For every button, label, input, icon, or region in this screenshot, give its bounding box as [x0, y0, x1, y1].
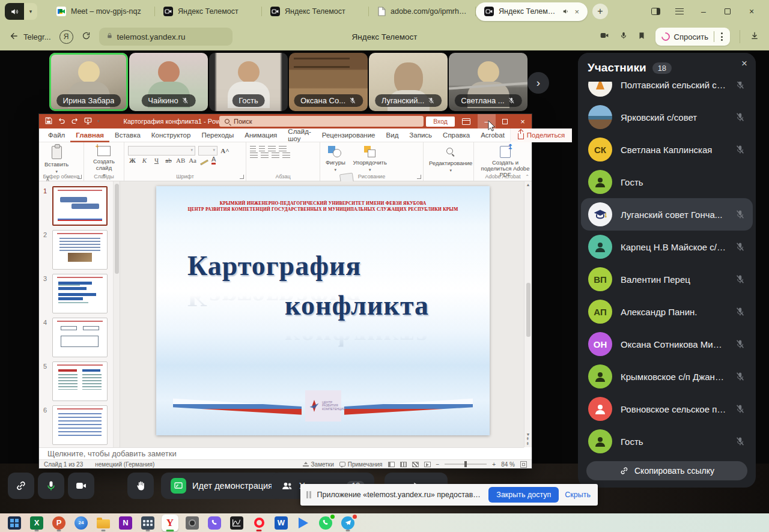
- ppt-menu-tab-acrobat[interactable]: Acrobat: [475, 128, 510, 142]
- zoom-in-icon[interactable]: +: [492, 461, 496, 468]
- ppt-close-button[interactable]: ×: [514, 114, 532, 128]
- align-left-icon[interactable]: [250, 153, 258, 159]
- zoom-level[interactable]: 84 %: [501, 461, 515, 468]
- participant-row[interactable]: Ярковский с/совет: [581, 101, 753, 133]
- ppt-menu-tab-рецензирование[interactable]: Рецензирование: [317, 128, 381, 142]
- participant-row[interactable]: Гость: [581, 166, 753, 198]
- fit-to-window-icon[interactable]: [520, 461, 527, 468]
- ppt-menu-tab-справка[interactable]: Справка: [437, 128, 475, 142]
- close-button[interactable]: ×: [746, 6, 757, 17]
- close-access-button[interactable]: Закрыть доступ: [488, 487, 559, 503]
- browser-tab[interactable]: adobe.com/go/ipmrhpac...: [369, 0, 476, 23]
- camera-button[interactable]: [68, 473, 94, 499]
- change-case-icon[interactable]: Аа: [188, 157, 197, 164]
- maximize-button[interactable]: [722, 6, 733, 17]
- alice-icon[interactable]: Я: [59, 30, 73, 44]
- participant-row[interactable]: Полтавский сельский совет: [581, 82, 753, 101]
- zoom-slider[interactable]: [445, 464, 487, 465]
- copy-link-control-button[interactable]: [8, 473, 34, 499]
- participant-row[interactable]: Ровновское сельское посел...: [581, 393, 753, 425]
- video-tile[interactable]: Чайкино: [129, 53, 208, 111]
- browser-tab[interactable]: Яндекс Телемост: [262, 0, 369, 23]
- align-center-icon[interactable]: [261, 153, 269, 159]
- viber-icon[interactable]: [206, 515, 223, 531]
- bookmark-icon[interactable]: [637, 31, 646, 43]
- slide-thumbnail[interactable]: [52, 318, 108, 357]
- bold-icon[interactable]: Ж: [128, 157, 137, 164]
- browser-tab[interactable]: Яндекс Телемост×: [476, 2, 588, 21]
- word-icon[interactable]: W: [273, 515, 290, 531]
- excel-icon[interactable]: X: [28, 515, 45, 531]
- slide-scrollbar[interactable]: ▲▼⇞⇟: [524, 181, 532, 447]
- editing-button[interactable]: Редактирование▾: [426, 145, 475, 174]
- ribbon-display-options-icon[interactable]: [462, 118, 470, 125]
- app-24-icon[interactable]: 24: [73, 515, 90, 531]
- notes-toggle[interactable]: Заметки: [303, 461, 334, 468]
- slide-thumbnail[interactable]: [52, 405, 108, 445]
- slide-thumbnail[interactable]: [52, 274, 108, 313]
- yandex-browser-icon[interactable]: Y: [162, 515, 178, 531]
- tab-audio-icon[interactable]: [562, 8, 570, 15]
- participant-row[interactable]: Луганский совет Гонча...: [581, 198, 753, 231]
- normal-view-icon[interactable]: [388, 462, 395, 467]
- explorer-icon[interactable]: [95, 515, 112, 531]
- language-indicator[interactable]: немецкий (Германия): [95, 461, 154, 468]
- participant-row[interactable]: СКСветлана Каплинская: [581, 133, 753, 166]
- grow-font-icon[interactable]: А^: [220, 147, 229, 154]
- opera-icon[interactable]: [251, 515, 267, 531]
- browser-tab[interactable]: Яндекс Телемост: [155, 0, 262, 23]
- plot-app-icon[interactable]: [228, 515, 245, 531]
- participant-row[interactable]: Крымковское с/п Джанкойс..: [581, 360, 753, 393]
- qat-customize-icon[interactable]: ▾: [97, 119, 100, 124]
- participant-row[interactable]: Гость: [581, 425, 753, 455]
- line-spacing-icon[interactable]: [279, 146, 287, 152]
- tab-close-icon[interactable]: ×: [574, 7, 579, 16]
- justify-icon[interactable]: [282, 153, 290, 159]
- screen-share-status-button[interactable]: Идет демонстрация: [161, 473, 282, 499]
- slideshow-view-icon[interactable]: [424, 462, 431, 467]
- slide-sorter-icon[interactable]: [400, 462, 407, 467]
- microphone-icon[interactable]: [619, 31, 628, 43]
- download-icon[interactable]: [750, 31, 759, 43]
- new-tab-button[interactable]: +: [592, 4, 608, 19]
- ppt-menu-tab-анимация[interactable]: Анимация: [239, 128, 282, 142]
- ppt-maximize-button[interactable]: [496, 114, 514, 128]
- chevron-down-icon[interactable]: ▾: [24, 3, 37, 20]
- bullets-icon[interactable]: [250, 146, 256, 152]
- reading-view-icon[interactable]: [412, 462, 419, 467]
- font-name-combobox[interactable]: [128, 146, 195, 156]
- ppt-menu-tab-запись[interactable]: Запись: [404, 128, 437, 142]
- next-participants-button[interactable]: ›: [527, 72, 549, 94]
- participant-row[interactable]: ОНОксана Сотникова Мичури...: [581, 328, 753, 360]
- panel-close-icon[interactable]: ×: [741, 58, 747, 70]
- kebab-menu-icon[interactable]: [720, 32, 724, 41]
- dialog-launcher-icon[interactable]: [240, 175, 244, 179]
- video-tile[interactable]: Ирина Забара: [49, 53, 128, 111]
- text-highlight-icon[interactable]: [200, 159, 208, 165]
- slide-canvas[interactable]: КРЫМКИЙ ИНЖЕНЕРНО-ПЕДАГОГИЧЕСКИЙ УНИВЕРС…: [156, 186, 490, 435]
- minimize-button[interactable]: –: [698, 6, 709, 17]
- video-tile[interactable]: Светлана ...: [449, 53, 527, 111]
- start-icon[interactable]: [6, 515, 23, 531]
- ppt-menu-tab-переходы[interactable]: Переходы: [196, 128, 239, 142]
- copy-link-button[interactable]: Скопировать ссылку: [586, 461, 747, 480]
- onenote-icon[interactable]: N: [117, 515, 134, 531]
- slide-thumbnail[interactable]: [52, 186, 108, 226]
- tab-audio-control[interactable]: ▾: [5, 3, 37, 20]
- video-tile[interactable]: Оксана Со...: [289, 53, 368, 111]
- font-color-icon[interactable]: А: [211, 156, 216, 165]
- dialog-launcher-icon[interactable]: [78, 175, 82, 179]
- italic-icon[interactable]: К: [140, 157, 149, 164]
- address-bar[interactable]: telemost.yandex.ru: [99, 28, 233, 46]
- redo-icon[interactable]: [71, 117, 79, 125]
- slide-thumbnail[interactable]: [52, 361, 108, 401]
- video-tile[interactable]: Луганский...: [369, 53, 448, 111]
- thumbnails-scrollbar[interactable]: [113, 181, 120, 447]
- ppt-search-box[interactable]: Поиск: [219, 116, 424, 127]
- ppt-menu-tab-главная[interactable]: Главная: [70, 128, 109, 142]
- collapse-ribbon-icon[interactable]: ⌃: [525, 174, 529, 180]
- participant-row[interactable]: Карпец Н.В Майское с/п Дж...: [581, 231, 753, 263]
- ppt-minimize-button[interactable]: –: [478, 114, 496, 128]
- browser-tab[interactable]: Meet – mov-gpjs-nqz: [48, 0, 155, 23]
- ppt-menu-tab-слайд-шоу[interactable]: Слайд-шоу: [282, 128, 316, 142]
